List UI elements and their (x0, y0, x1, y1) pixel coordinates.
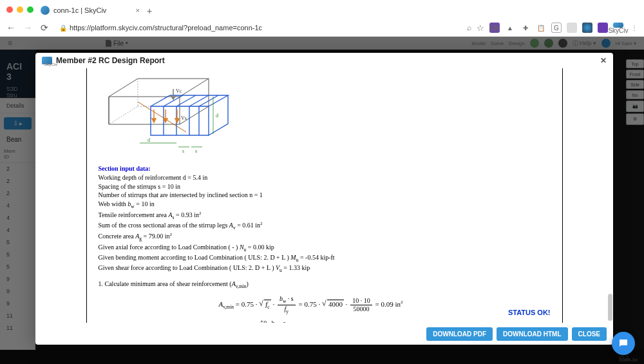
equation-1: Av,min = 0.75 · fc · bw · sfy = 0.75 · 4… (99, 295, 524, 314)
ext-hex-icon[interactable] (598, 23, 608, 33)
input-mu: Given bending moment according to Load C… (99, 253, 524, 263)
chat-icon (618, 338, 629, 349)
download-html-button[interactable]: DOWNLOAD HTML (497, 327, 568, 341)
tab-close-icon[interactable]: × (136, 6, 140, 14)
svg-text:d: d (147, 137, 150, 143)
back-button[interactable]: ← (5, 23, 17, 33)
address-bar[interactable]: 🔒 https://platform.skyciv.com/structural… (55, 21, 462, 35)
extension-icons: LN ▲ ✚ 📋 G SkyCiv ⋮ (489, 23, 639, 33)
svg-text:d: d (216, 113, 218, 119)
ext-skyciv-icon[interactable]: SkyCiv (613, 23, 623, 33)
ext-circle-icon[interactable] (567, 23, 577, 33)
window-controls (6, 6, 33, 13)
chat-widget[interactable] (612, 332, 635, 355)
browser-chrome: conn-1c | SkyCiv × + ← → ⟳ 🔒 https://pla… (0, 0, 644, 37)
input-vu: Given shear force according to Load Comb… (99, 263, 524, 274)
modal-body: Vc Vs d d s s (35, 68, 613, 323)
bookmark-star-icon[interactable]: ☆ (477, 23, 484, 33)
search-icon[interactable]: ⌕ (467, 23, 471, 32)
ext-plus-icon[interactable]: ✚ (520, 23, 531, 33)
equation-2: Av,min = 0.09 in2 < 50 · bw · sfy = 50 ·… (99, 320, 524, 323)
minimize-window[interactable] (17, 6, 23, 13)
scrollbar-thumb[interactable] (608, 294, 612, 321)
ext-ln-icon[interactable]: LN (489, 23, 500, 33)
input-d: Working depth of reinforcement d = 5.4 i… (99, 173, 524, 182)
forward-button[interactable]: → (22, 23, 33, 33)
close-button[interactable]: CLOSE (572, 327, 607, 341)
svg-text:s: s (195, 148, 197, 154)
modal-title: Member #2 RC Design Report (56, 56, 165, 65)
step-1: 1. Calculate minimum area of shear reinf… (99, 280, 524, 290)
ext-blue-icon[interactable] (582, 23, 592, 33)
report-modal: SkyCiv Member #2 RC Design Report ✕ (35, 53, 613, 345)
input-nu: Given axial force according to Load Comb… (99, 243, 524, 253)
reload-button[interactable]: ⟳ (39, 23, 50, 33)
browser-toolbar: ← → ⟳ 🔒 https://platform.skyciv.com/stru… (0, 19, 644, 37)
close-window[interactable] (6, 6, 13, 13)
input-av: Sum of the cross sectional areas of the … (99, 221, 524, 232)
download-pdf-button[interactable]: DOWNLOAD PDF (426, 327, 493, 341)
input-s: Spacing of the stirrups s = 10 in (99, 182, 524, 191)
svg-marker-14 (175, 119, 179, 122)
status-ok-label: STATUS OK! (508, 309, 551, 316)
browser-tab[interactable]: conn-1c | SkyCiv × (35, 3, 145, 17)
ext-flame-icon[interactable]: ▲ (505, 23, 515, 33)
modal-logo-text: SkyCiv (44, 62, 57, 66)
svg-marker-10 (152, 119, 156, 122)
section-heading: Section input data: (99, 164, 524, 173)
modal-header: SkyCiv Member #2 RC Design Report ✕ (35, 53, 613, 68)
input-bw: Web width bw = 10 in (99, 200, 524, 210)
modal-close-button[interactable]: ✕ (600, 56, 607, 65)
lock-icon: 🔒 (59, 24, 67, 32)
modal-footer: DOWNLOAD PDF DOWNLOAD HTML CLOSE (35, 323, 613, 345)
beam-diagram: Vc Vs d d s s (102, 71, 231, 158)
tab-favicon (41, 6, 50, 15)
ext-cal-icon[interactable]: G (551, 23, 562, 33)
tab-title: conn-1c | SkyCiv (53, 6, 106, 14)
svg-text:Vc: Vc (176, 88, 182, 94)
maximize-window[interactable] (27, 6, 33, 13)
new-tab-button[interactable]: + (147, 6, 152, 16)
svg-text:Vs: Vs (181, 115, 187, 121)
ext-doc-icon[interactable]: 📋 (536, 23, 546, 33)
url-text: https://platform.skyciv.com/structural?p… (70, 24, 262, 32)
input-as: Tensile reinforcement area As = 0.93 in2 (99, 211, 524, 222)
svg-marker-12 (164, 119, 167, 122)
modal-scrollbar[interactable] (607, 68, 612, 323)
input-ag: Concrete area Ag = 79.00 in2 (99, 232, 524, 243)
svg-text:s: s (182, 148, 184, 154)
input-n: Number of stirrups that are intersected … (99, 191, 524, 200)
report-page: Vc Vs d d s s (86, 68, 563, 323)
browser-menu-icon[interactable]: ⋮ (629, 23, 639, 33)
